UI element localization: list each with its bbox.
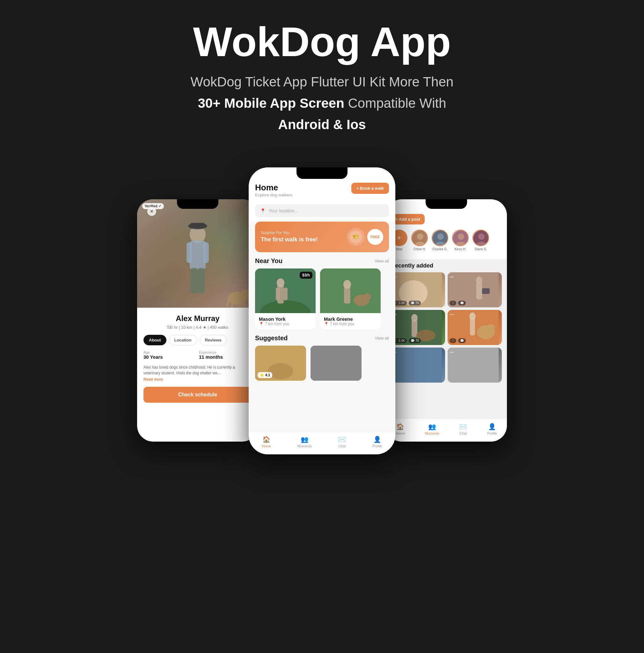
add-post-button[interactable]: + Add a post (391, 214, 425, 224)
close-button[interactable]: ✕ (147, 207, 156, 216)
person-figure (172, 218, 223, 308)
kerry-avatar-img (453, 230, 469, 246)
right-moments-icon: 👥 (428, 423, 436, 431)
tab-location[interactable]: Location (169, 335, 197, 345)
walker-1-dist: 7 km from you (265, 322, 289, 326)
story-charles[interactable]: Charles G. (432, 229, 448, 251)
age-value: 30 Years (144, 354, 163, 360)
promo-free-badge: FREE (367, 229, 383, 245)
home-nav-icon: 🏠 (263, 436, 270, 443)
right-nav-chat[interactable]: ✉️ Chat (459, 423, 467, 435)
post-4-likes: ♡ (449, 338, 456, 343)
tab-about[interactable]: About (144, 335, 167, 345)
svg-point-11 (242, 289, 246, 295)
dog-figure (223, 282, 252, 308)
page-header: WokDog App WokDog Ticket App Flutter UI … (191, 19, 454, 136)
post-5-img (391, 347, 442, 383)
story-kerry-avatar (452, 229, 469, 246)
post-card-3[interactable]: ··· ♡ 3.4K 💬 70 (391, 310, 445, 345)
nav-home[interactable]: 🏠 Home (262, 436, 271, 448)
svg-line-15 (244, 300, 245, 306)
svg-rect-59 (470, 318, 475, 335)
promo-illustration: 🎫 (346, 227, 365, 246)
svg-point-22 (277, 279, 284, 287)
nav-moments-label: Moments (297, 444, 312, 448)
walker-card-1-info: Mason York 📍 7 km from you (255, 313, 316, 329)
post-4-menu[interactable]: ··· (449, 312, 454, 318)
charles-avatar-img (432, 230, 448, 246)
near-you-view-all[interactable]: View all (375, 259, 389, 263)
walker-card-1[interactable]: $3/h Mason York 📍 (255, 268, 316, 329)
nav-home-label: Home (262, 444, 271, 448)
subtitle-rest: Compatible With (344, 96, 446, 111)
search-bar[interactable]: 📍 Your location... (255, 204, 389, 217)
walker-1-name: Mason York (259, 316, 312, 322)
right-profile-label: Profile (487, 431, 497, 435)
svg-rect-2 (187, 242, 192, 263)
svg-point-27 (343, 280, 351, 289)
walker-2-location: 📍 7 km from you (324, 322, 377, 326)
right-phone: + Add a post + New (386, 199, 507, 442)
location-search-area: 📍 Your location... (249, 202, 395, 222)
location-pin-icon: 📍 (260, 208, 266, 213)
nav-moments[interactable]: 👥 Moments (297, 436, 312, 448)
story-charles-avatar (432, 229, 448, 246)
home-heading: Home Explore dog walkers (255, 183, 292, 197)
svg-point-29 (364, 293, 371, 300)
home-title: Home (255, 183, 292, 193)
nav-chat[interactable]: ✉️ Chat (338, 436, 346, 448)
near-you-section-header: Near You View all (249, 257, 395, 268)
suggested-card-1[interactable]: ⭐ 4.1 (255, 346, 306, 381)
post-card-1[interactable]: ··· ♡ 3.4K 💬 70 (391, 272, 445, 307)
suggested-card-2[interactable] (311, 346, 362, 381)
charles-name: Charles G. (432, 247, 448, 251)
nav-profile[interactable]: 👤 Profile (372, 436, 382, 448)
post-card-5[interactable]: ··· (391, 347, 445, 383)
story-chloe[interactable]: Chloe H. (411, 229, 428, 251)
diane-avatar-img (473, 230, 489, 246)
post-card-4[interactable]: ··· ♡ 💬 (448, 310, 502, 345)
story-kerry[interactable]: Kerry H. (452, 229, 469, 251)
right-nav-home[interactable]: 🏠 Home (396, 423, 405, 435)
stories-row: + New Chloe H. (391, 229, 502, 256)
svg-rect-24 (284, 288, 288, 300)
svg-line-14 (240, 304, 241, 307)
pin-icon-1: 📍 (259, 322, 264, 326)
right-nav-moments[interactable]: 👥 Moments (425, 423, 439, 435)
post-2-menu[interactable]: ··· (449, 274, 454, 280)
book-walk-button[interactable]: + Book a walk (351, 183, 389, 194)
suggested-title: Suggested (255, 335, 288, 342)
suggested-view-all[interactable]: View all (375, 336, 389, 341)
post-4-stats: ♡ 💬 (449, 338, 466, 343)
chloe-avatar-img (412, 230, 428, 246)
right-chat-label: Chat (460, 431, 467, 435)
post-card-2[interactable]: ··· ♡ 💬 (448, 272, 502, 307)
story-diane[interactable]: Diane S. (472, 229, 489, 251)
experience-label: Experience (199, 350, 252, 354)
svg-rect-55 (412, 319, 417, 337)
left-phone: ✕ Verified ✓ 3:07 (137, 199, 258, 442)
svg-line-13 (232, 304, 233, 307)
experience-info: Experience 11 months (199, 350, 252, 360)
home-subtitle: Explore dog walkers (255, 193, 292, 197)
post-6-menu[interactable]: ··· (449, 349, 454, 355)
walker-card-2[interactable]: Mark Greene 📍 7 km from you (320, 268, 381, 329)
info-grid: Age 30 Years Experience 11 months (144, 350, 252, 360)
bio-text: Alex has loved dogs since childhood. He … (144, 364, 252, 376)
post-card-6[interactable]: ··· (448, 347, 502, 383)
tab-reviews[interactable]: Reviews (200, 335, 227, 345)
read-more-link[interactable]: Read more (144, 377, 252, 382)
center-phone: Home Explore dog walkers + Book a walk 📍… (249, 167, 395, 454)
walker-card-2-image (320, 268, 381, 313)
kerry-name: Kerry H. (455, 247, 466, 251)
age-info: Age 30 Years (144, 350, 196, 360)
svg-rect-4 (191, 268, 198, 293)
app-subtitle: WokDog Ticket App Flutter UI Kit More Th… (191, 71, 454, 136)
walker-card-1-image: $3/h (255, 268, 316, 313)
right-nav-profile[interactable]: 👤 Profile (487, 423, 497, 435)
profile-hero-image: ✕ Verified ✓ 3:07 (137, 199, 258, 308)
svg-line-12 (227, 300, 229, 306)
story-new-label: New (396, 247, 402, 251)
walker-1-price: $3/h (300, 272, 313, 279)
check-schedule-button[interactable]: Check schedule (144, 387, 252, 403)
